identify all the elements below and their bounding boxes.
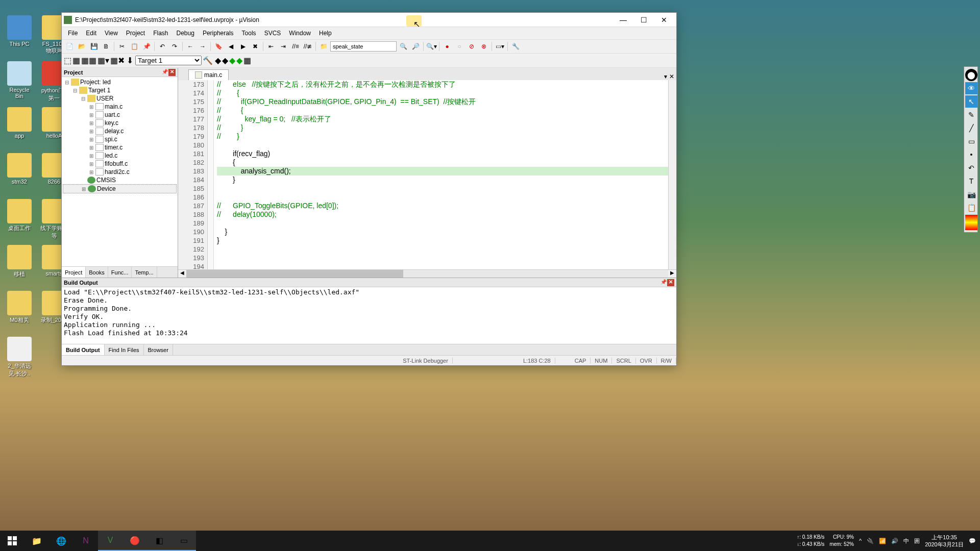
eye-icon[interactable]: 👁 xyxy=(965,82,977,94)
paste-button[interactable]: 📌 xyxy=(141,41,152,52)
search-combo[interactable] xyxy=(330,41,397,52)
bookmark-button[interactable]: 🔖 xyxy=(213,41,224,52)
tree-file[interactable]: ⊞uart.c xyxy=(63,111,177,119)
build-output-text[interactable]: Load "E:\\Project\\stm32f407-keil5\\stm3… xyxy=(62,287,676,344)
undo-icon[interactable]: ↶ xyxy=(965,162,977,174)
comment-button[interactable]: //≡ xyxy=(290,41,301,52)
target-options-button[interactable]: 🔨 xyxy=(203,56,213,65)
taskbar-chrome[interactable]: 🌐 xyxy=(49,531,74,551)
text-icon[interactable]: T xyxy=(965,175,977,187)
manage-project-button[interactable]: ◆ xyxy=(215,56,221,65)
find-in-files-button[interactable]: 📁 xyxy=(318,41,329,52)
open-button[interactable]: 📂 xyxy=(76,41,87,52)
taskbar-terminal[interactable]: ▭ xyxy=(172,531,196,551)
rebuild-button[interactable]: ▦▦ xyxy=(81,56,96,65)
taskbar-file-explorer[interactable]: 📁 xyxy=(24,531,49,551)
tray-volume-icon[interactable]: 🔊 xyxy=(891,538,898,544)
tray-power-icon[interactable]: 🔌 xyxy=(867,538,874,544)
taskbar-recorder[interactable]: 🔴 xyxy=(122,531,147,551)
indent-left-button[interactable]: ⇤ xyxy=(265,41,277,52)
close-button[interactable]: ✕ xyxy=(654,13,674,27)
tree-project-root[interactable]: ⊟Project: led xyxy=(63,78,177,86)
desktop-icon[interactable]: stm32 xyxy=(5,153,34,185)
menu-help[interactable]: Help xyxy=(315,28,336,38)
tree-file[interactable]: ⊞timer.c xyxy=(63,143,177,152)
menu-project[interactable]: Project xyxy=(122,28,149,38)
debug-button[interactable]: 🔍▾ xyxy=(426,41,437,52)
taskbar-vscode[interactable]: V xyxy=(98,531,122,551)
pencil-icon[interactable]: ✎ xyxy=(965,109,977,121)
code-area[interactable]: 1731741751761771781791801811821831841851… xyxy=(178,80,676,269)
bookmark-clear-button[interactable]: ✖ xyxy=(250,41,261,52)
new-button[interactable]: 📄 xyxy=(64,41,75,52)
undo-button[interactable]: ↶ xyxy=(157,41,168,52)
cut-button[interactable]: ✂ xyxy=(116,41,128,52)
menu-file[interactable]: File xyxy=(64,28,82,38)
menu-peripherals[interactable]: Peripherals xyxy=(199,28,238,38)
desktop-icon[interactable]: 桌面工作 xyxy=(5,199,34,232)
tree-file[interactable]: ⊞delay.c xyxy=(63,127,177,135)
start-button[interactable] xyxy=(0,531,24,551)
rect-icon[interactable]: ▭ xyxy=(965,135,977,147)
system-stats[interactable]: CPU: 9%mem: 52% xyxy=(829,534,854,548)
line-icon[interactable]: ╱ xyxy=(965,122,977,134)
dot-icon[interactable]: • xyxy=(965,148,977,161)
output-tab[interactable]: Browser xyxy=(144,344,173,355)
find-button[interactable]: 🔍 xyxy=(398,41,409,52)
panel-tab[interactable]: Temp... xyxy=(132,267,157,278)
breakpoint-enable-button[interactable]: ○ xyxy=(454,41,465,52)
desktop-icon[interactable]: 2_华清远见-长沙.. xyxy=(5,337,34,378)
output-tab[interactable]: Build Output xyxy=(62,344,105,355)
clipboard-icon[interactable]: 📋 xyxy=(965,202,977,214)
horizontal-scrollbar[interactable]: ◀ ▶ xyxy=(178,269,676,278)
titlebar[interactable]: E:\Project\stm32f407-keil5\stm32-led-123… xyxy=(62,13,676,27)
cursor-tool-icon[interactable]: ↖ xyxy=(965,95,977,108)
tray-wifi-icon[interactable]: 📶 xyxy=(879,538,886,544)
window-layout-button[interactable]: ▭▾ xyxy=(494,41,505,52)
desktop-icon[interactable]: M0相关 xyxy=(5,291,34,324)
scroll-right-button[interactable]: ▶ xyxy=(668,270,676,278)
tree-device[interactable]: ⊞Device xyxy=(63,184,177,193)
build-button[interactable]: ▦ xyxy=(72,56,80,65)
menu-window[interactable]: Window xyxy=(285,28,315,38)
breakpoint-kill-button[interactable]: ⊗ xyxy=(478,41,489,52)
menu-edit[interactable]: Edit xyxy=(82,28,101,38)
desktop-icon[interactable]: 移植 xyxy=(5,245,34,278)
color-swatch[interactable] xyxy=(965,215,977,230)
panel-close-button[interactable]: ✕ xyxy=(667,279,674,286)
desktop-icon[interactable]: app xyxy=(5,107,34,139)
editor-tab-main[interactable]: main.c xyxy=(188,69,229,80)
menu-debug[interactable]: Debug xyxy=(173,28,199,38)
tree-file[interactable]: ⊞hardi2c.c xyxy=(63,168,177,176)
taskbar-keil[interactable]: ◧ xyxy=(147,531,172,551)
pin-icon[interactable]: 📌 xyxy=(660,279,667,286)
tray-chevron-up-icon[interactable]: ^ xyxy=(859,538,862,544)
panel-tab[interactable]: Project xyxy=(62,267,86,278)
save-all-button[interactable]: 🗎 xyxy=(101,41,112,52)
tab-close-button[interactable]: ✕ xyxy=(669,73,674,80)
copy-button[interactable]: 📋 xyxy=(129,41,140,52)
tray-ime-icon[interactable]: 中 xyxy=(903,537,909,545)
nav-back-button[interactable]: ← xyxy=(185,41,196,52)
stop-build-button[interactable]: ▦✖ xyxy=(110,56,125,65)
vertical-scrollbar[interactable] xyxy=(668,80,676,269)
desktop-icon[interactable]: Recycle Bin xyxy=(5,61,34,99)
tree-file[interactable]: ⊞led.c xyxy=(63,152,177,160)
output-tab[interactable]: Find In Files xyxy=(105,344,144,355)
tree-file[interactable]: ⊞main.c xyxy=(63,103,177,111)
menu-tools[interactable]: Tools xyxy=(238,28,260,38)
breakpoint-insert-button[interactable]: ● xyxy=(442,41,453,52)
menu-view[interactable]: View xyxy=(101,28,122,38)
select-pack-button[interactable]: ◆ xyxy=(229,56,235,65)
panel-tab[interactable]: Books xyxy=(86,267,108,278)
panel-close-button[interactable]: ✕ xyxy=(168,69,176,76)
minimize-button[interactable]: — xyxy=(613,13,633,27)
bookmark-next-button[interactable]: ▶ xyxy=(237,41,249,52)
translate-button[interactable]: ⬚ xyxy=(64,56,71,65)
bookmark-prev-button[interactable]: ◀ xyxy=(225,41,236,52)
camera-icon[interactable]: 📷 xyxy=(965,188,977,201)
network-stats[interactable]: ↑: 0.18 KB/s↓: 0.43 KB/s xyxy=(797,534,824,548)
indent-right-button[interactable]: ⇥ xyxy=(278,41,289,52)
taskbar-onenote[interactable]: N xyxy=(74,531,98,551)
menu-svcs[interactable]: SVCS xyxy=(260,28,285,38)
